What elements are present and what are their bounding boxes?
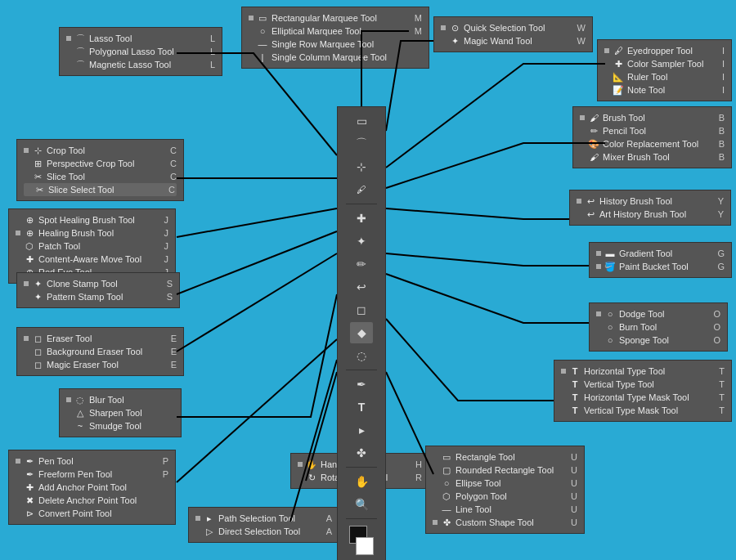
magic-wand-item[interactable]: ✦ Magic Wand Tool W: [441, 34, 586, 47]
blur-item[interactable]: ◌ Blur Tool: [66, 393, 174, 406]
paint-bucket-item[interactable]: 🪣 Paint Bucket Tool G: [596, 260, 725, 273]
toolbar-color-block: [346, 526, 377, 555]
spot-healing-item[interactable]: ⊕ Spot Healing Brush Tool J: [16, 213, 168, 226]
horiz-mask-item[interactable]: T Horizontal Type Mask Tool T: [561, 391, 725, 404]
color-replace-shortcut: B: [712, 139, 725, 149]
pattern-stamp-shortcut: S: [160, 292, 173, 302]
toolbar-separator-2: [346, 370, 377, 370]
mixer-brush-item[interactable]: 🖌 Mixer Brush Tool B: [580, 150, 725, 164]
dodge-item[interactable]: ○ Dodge Tool O: [596, 307, 720, 320]
single-row-item[interactable]: — Single Row Marquee Tool: [249, 38, 422, 51]
history-brush-item[interactable]: ↩ History Brush Tool Y: [577, 195, 724, 208]
toolbar-path-select-tool[interactable]: ▸: [350, 419, 373, 441]
convert-point-item[interactable]: ⊳ Convert Point Tool: [16, 507, 168, 520]
rect-marquee-shortcut: M: [408, 13, 422, 23]
pen-marker: [16, 459, 20, 464]
toolbar-eraser-tool[interactable]: ◻: [350, 299, 373, 320]
toolbar-separator-4: [346, 518, 377, 519]
note-item[interactable]: 📝 Note Tool I: [604, 83, 725, 96]
toolbar-crop-tool[interactable]: ⊹: [350, 156, 373, 177]
bg-eraser-item[interactable]: ◻ Background Eraser Tool E: [24, 345, 177, 358]
toolbar-background-color[interactable]: [356, 537, 374, 555]
ellip-marquee-item[interactable]: ○ Elliptical Marquee Tool M: [249, 25, 422, 38]
rect-item[interactable]: ▭ Rectangle Tool U: [433, 450, 577, 464]
clone-stamp-item[interactable]: ✦ Clone Stamp Tool S: [24, 277, 173, 290]
healing-brush-label: Healing Brush Tool: [38, 228, 158, 238]
toolbar-gradient-tool[interactable]: ◆: [350, 322, 373, 343]
vert-type-item[interactable]: T Vertical Type Tool T: [561, 378, 725, 391]
rounded-rect-item[interactable]: ▢ Rounded Rectangle Tool U: [433, 464, 577, 477]
hand-icon: ✋: [306, 459, 317, 470]
horiz-type-item[interactable]: T Horizontal Type Tool T: [561, 365, 725, 378]
toolbar-healing-tool[interactable]: ✚: [350, 208, 373, 229]
burn-item[interactable]: ○ Burn Tool O: [596, 320, 720, 334]
ellipse-item[interactable]: ○ Ellipse Tool U: [433, 477, 577, 490]
toolbar-type-tool[interactable]: T: [350, 396, 373, 418]
direct-sel-item[interactable]: ▷ Direct Selection Tool A: [195, 525, 332, 538]
clone-panel: ✦ Clone Stamp Tool S ✦ Pattern Stamp Too…: [16, 272, 180, 308]
slice-select-item[interactable]: ✂ Slice Select Tool C: [24, 183, 177, 196]
freeform-pen-item[interactable]: ✒ Freeform Pen Tool P: [16, 468, 168, 481]
line-item[interactable]: — Line Tool U: [433, 503, 577, 516]
toolbar-zoom-tool[interactable]: 🔍: [350, 494, 373, 515]
add-anchor-item[interactable]: ✚ Add Anchor Point Tool: [16, 481, 168, 494]
custom-shape-item[interactable]: ✤ Custom Shape Tool U: [433, 516, 577, 529]
del-anchor-item[interactable]: ✖ Delete Anchor Point Tool: [16, 494, 168, 507]
brush-tool-item[interactable]: 🖌 Brush Tool B: [580, 111, 725, 124]
eraser-icon: ◻: [32, 333, 43, 344]
rect-label: Rectangle Tool: [456, 452, 564, 462]
polygon-item[interactable]: ⬡ Polygon Tool U: [433, 490, 577, 503]
single-col-item[interactable]: | Single Column Marquee Tool: [249, 51, 422, 64]
spot-healing-icon: ⊕: [24, 214, 35, 226]
spot-healing-label: Spot Healing Brush Tool: [38, 215, 158, 225]
toolbar-shape-tool[interactable]: ✤: [350, 442, 373, 464]
gradient-item[interactable]: ▬ Gradient Tool G: [596, 247, 725, 260]
rect-marquee-item[interactable]: ▭ Rectangular Marquee Tool M: [249, 11, 422, 25]
color-sampler-item[interactable]: ✚ Color Sampler Tool I: [604, 57, 725, 70]
slice-item[interactable]: ✂ Slice Tool C: [24, 170, 177, 183]
toolbar-hand-tool[interactable]: ✋: [350, 471, 373, 492]
magnetic-lasso-item[interactable]: ⌒ Magnetic Lasso Tool L: [66, 58, 215, 71]
smudge-item[interactable]: ~ Smudge Tool: [66, 419, 174, 432]
toolbar-blur-tool[interactable]: ◌: [350, 345, 373, 366]
toolbar-marquee-tool[interactable]: ▭: [350, 110, 373, 132]
ruler-item[interactable]: 📐 Ruler Tool I: [604, 70, 725, 83]
polygonal-lasso-item[interactable]: ⌒ Polygonal Lasso Tool L: [66, 45, 215, 58]
quick-select-item[interactable]: ⊙ Quick Selection Tool W: [441, 21, 586, 34]
eraser-item[interactable]: ◻ Eraser Tool E: [24, 332, 177, 345]
healing-brush-item[interactable]: ⊕ Healing Brush Tool J: [16, 226, 168, 240]
path-sel-item[interactable]: ▸ Path Selection Tool A: [195, 512, 332, 525]
ellip-marquee-icon: ○: [257, 25, 268, 37]
sharpen-item[interactable]: △ Sharpen Tool: [66, 406, 174, 419]
persp-crop-icon: ⊞: [32, 158, 43, 169]
toolbar-lasso-tool[interactable]: ⌒: [350, 133, 373, 155]
rect-marquee-icon: ▭: [257, 12, 268, 24]
pencil-item[interactable]: ✏ Pencil Tool B: [580, 124, 725, 137]
eraser-panel: ◻ Eraser Tool E ◻ Background Eraser Tool…: [16, 327, 184, 376]
art-history-icon: ↩: [585, 208, 596, 220]
rounded-rect-shortcut: U: [564, 465, 577, 475]
blur-icon: ◌: [74, 394, 86, 405]
eyedropper-item[interactable]: 🖋 Eyedropper Tool I: [604, 44, 725, 57]
lasso-tool-item[interactable]: ⌒ Lasso Tool L: [66, 32, 215, 45]
persp-crop-label: Perspective Crop Tool: [47, 159, 164, 168]
toolbar-brush-tool[interactable]: ✏: [350, 253, 373, 275]
vert-mask-item[interactable]: T Vertical Type Mask Tool T: [561, 404, 725, 417]
ellip-marquee-shortcut: M: [408, 26, 422, 36]
toolbar-eyedropper-tool[interactable]: 🖋: [350, 179, 373, 200]
custom-shape-shortcut: U: [564, 517, 577, 527]
crop-tool-item[interactable]: ⊹ Crop Tool C: [24, 144, 177, 157]
toolbar-history-brush-tool[interactable]: ↩: [350, 276, 373, 298]
path-sel-label: Path Selection Tool: [218, 513, 320, 523]
magic-eraser-item[interactable]: ◻ Magic Eraser Tool E: [24, 358, 177, 371]
toolbar-clone-tool[interactable]: ✦: [350, 231, 373, 252]
color-replace-item[interactable]: 🎨 Color Replacement Tool B: [580, 137, 725, 150]
pattern-stamp-item[interactable]: ✦ Pattern Stamp Tool S: [24, 290, 173, 303]
patch-item[interactable]: ⬡ Patch Tool J: [16, 240, 168, 253]
persp-crop-item[interactable]: ⊞ Perspective Crop Tool C: [24, 157, 177, 170]
pen-item[interactable]: ✒ Pen Tool P: [16, 455, 168, 468]
art-history-item[interactable]: ↩ Art History Brush Tool Y: [577, 208, 724, 221]
content-aware-item[interactable]: ✚ Content-Aware Move Tool J: [16, 253, 168, 266]
toolbar-pen-tool[interactable]: ✒: [350, 374, 373, 395]
sponge-item[interactable]: ○ Sponge Tool O: [596, 334, 720, 347]
